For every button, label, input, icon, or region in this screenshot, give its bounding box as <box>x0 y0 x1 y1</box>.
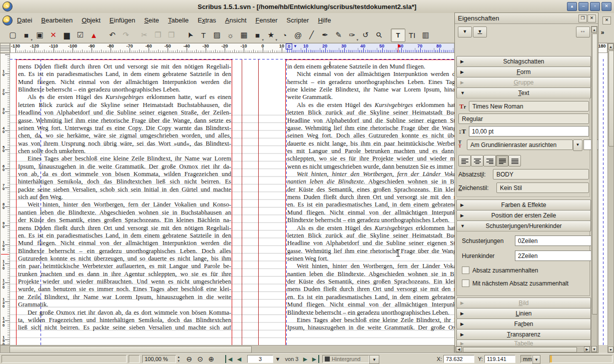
canvas-vscrollbar[interactable]: ▲ ▼ <box>607 43 614 353</box>
scroll-up-icon[interactable]: ▲ <box>591 26 597 32</box>
page-spinner-down-icon[interactable]: ▼ <box>274 355 281 363</box>
orphans-spinbox[interactable]: 0Zeilen <box>515 236 596 246</box>
unit-combo[interactable]: mm <box>520 355 532 363</box>
insert-spiral-icon[interactable]: @ <box>291 29 305 42</box>
insert-line-icon[interactable]: ╱ <box>305 29 318 42</box>
expand-all-icon[interactable]: ▼ <box>473 26 487 38</box>
section-header-schlagschatten[interactable]: ▶Schlagschatten <box>456 56 591 67</box>
last-page-button[interactable]: ▶ <box>310 355 319 363</box>
canvas-hscrollbar[interactable] <box>0 345 454 353</box>
zoom-level-field[interactable]: 100,00 % <box>142 355 176 363</box>
insert-bezier-icon[interactable]: ✒ <box>318 29 332 42</box>
vertical-ruler[interactable]: 1 02 03 04 05 06 07 08 09 01 0 01 1 01 2… <box>0 53 10 345</box>
paragraph-style-combo[interactable]: BODY <box>493 169 589 180</box>
font-style-combo[interactable]: Regular <box>458 114 589 124</box>
page-number-field[interactable]: 3 <box>247 355 273 363</box>
close-button[interactable]: ✕ <box>601 2 611 11</box>
print-document-icon[interactable]: ▆ <box>60 29 74 42</box>
panel-close-icon[interactable]: ✕ <box>587 14 596 22</box>
export-pdf-icon[interactable]: ▲ <box>87 29 101 42</box>
story-editor-icon[interactable]: TI <box>405 29 419 42</box>
menu-item-scripter[interactable]: Scripter <box>282 14 314 26</box>
redo-icon[interactable]: ↷ <box>119 29 133 42</box>
font-family-combo[interactable]: Times New Roman <box>469 101 589 112</box>
menu-item-seite[interactable]: Seite <box>140 14 164 26</box>
line-spacing-combo[interactable]: Am Grundlinienraster ausrichten <box>467 140 573 150</box>
panel-hscrollbar-thumb[interactable] <box>463 347 577 352</box>
zoom-in-button[interactable]: ⊕ <box>206 355 216 363</box>
scroll-left-icon[interactable]: ◀ <box>456 346 462 352</box>
menu-item-fenster[interactable]: Fenster <box>251 14 282 26</box>
text-ruler[interactable]: 01020304050607080 ▼ <box>285 44 454 52</box>
panel-hscrollbar[interactable]: ◀ ▶ <box>455 346 590 352</box>
section-header-linien[interactable]: ▶Linien <box>456 308 591 319</box>
scroll-down-icon[interactable]: ▼ <box>591 346 597 352</box>
select-item-icon[interactable]: ➤ <box>183 29 197 42</box>
close-document-icon[interactable]: ✕ <box>47 29 60 42</box>
section-header-transparenz[interactable]: ▶Transparenz <box>456 329 591 340</box>
unit-dropdown-icon[interactable]: ▼ <box>532 355 540 364</box>
insert-freehand-icon[interactable]: ✎ <box>332 29 345 42</box>
zoom-out-button[interactable]: ⊖ <box>184 355 194 363</box>
char-style-combo[interactable]: Kein Stil <box>496 182 589 193</box>
menu-item-datei[interactable]: Datei <box>13 14 37 26</box>
insert-calligraphic-line-icon[interactable]: ✑▾ <box>345 29 359 42</box>
insert-image-frame-icon[interactable]: ▨ <box>210 29 224 42</box>
menu-item-hilfe[interactable]: Hilfe <box>313 14 335 26</box>
canvas-hscrollbar-thumb[interactable] <box>10 346 252 353</box>
zoom-icon[interactable]: ⚲ <box>372 29 386 42</box>
scroll-up-icon[interactable]: ▲ <box>608 44 613 50</box>
panel-float-icon[interactable]: ❐ <box>578 14 587 22</box>
cut-icon[interactable]: ✂ <box>138 29 151 42</box>
mdi-close-icon[interactable]: ✕ <box>602 16 611 24</box>
insert-arc-icon[interactable]: ◔ <box>278 29 291 42</box>
undo-icon[interactable]: ↶ <box>106 29 119 42</box>
insert-text-frame-icon[interactable]: T <box>197 29 210 42</box>
copy-icon[interactable]: ❐ <box>151 29 165 42</box>
menu-item-bearbeiten[interactable]: Bearbeiten <box>37 14 77 26</box>
open-document-icon[interactable]: ■▾ <box>20 29 33 42</box>
zoom-actual-button[interactable]: ⊙ <box>195 355 205 363</box>
collapse-all-icon[interactable]: ▼ <box>458 26 472 38</box>
preflight-verifier-icon[interactable]: ☑ <box>74 29 87 42</box>
canvas-vscrollbar-thumb[interactable] <box>608 50 614 146</box>
panel-vscrollbar[interactable]: ▲ ▼ <box>591 26 597 352</box>
shade-button[interactable]: ▴ <box>567 2 577 11</box>
panel-vscrollbar-thumb[interactable] <box>592 34 597 314</box>
dock-icon[interactable]: ▫▫ <box>576 26 590 38</box>
menu-item-extras[interactable]: Extras <box>193 14 221 26</box>
ruler-corner[interactable] <box>0 43 10 53</box>
menu-item-einfügen[interactable]: Einfügen <box>105 14 140 26</box>
first-line-indent-marker[interactable]: ▼ <box>293 44 297 48</box>
insert-table-icon[interactable]: ▦ <box>237 29 251 42</box>
align-center-button[interactable] <box>471 155 483 166</box>
align-force-justify-button[interactable] <box>508 155 521 166</box>
insert-polygon-icon[interactable]: ★▾ <box>264 29 278 42</box>
scroll-down-icon[interactable]: ▼ <box>608 346 613 352</box>
zoom-spinner-down-icon[interactable]: ▼ <box>177 360 180 362</box>
scroll-right-icon[interactable]: ▶ <box>584 346 590 352</box>
align-left-button[interactable] <box>458 155 471 166</box>
layer-combo[interactable]: Hintergrund <box>322 355 369 363</box>
link-text-frames-icon[interactable]: ▥ <box>419 29 432 42</box>
section-header-form[interactable]: ▶Form <box>456 66 591 78</box>
menu-item-ansicht[interactable]: Ansicht <box>221 14 251 26</box>
prev-page-button[interactable]: ◀ <box>235 355 243 363</box>
first-page-button[interactable]: ◀ <box>225 355 234 363</box>
section-header-text[interactable]: ▼Text <box>456 88 591 98</box>
align-right-button[interactable] <box>483 155 496 166</box>
rotate-item-icon[interactable]: ↺ <box>359 29 372 42</box>
widows-spinbox[interactable]: 2Zeilen <box>515 250 596 261</box>
toolbar-overflow-icon[interactable]: » <box>598 29 606 39</box>
keep-with-next-checkbox[interactable] <box>462 280 469 287</box>
edit-contents-icon[interactable]: T <box>391 28 405 42</box>
next-page-button[interactable]: ▶ <box>301 355 309 363</box>
new-document-icon[interactable]: ▢ <box>6 29 20 42</box>
font-size-spinbox[interactable]: 10,00 pt <box>469 126 589 136</box>
menu-item-objekt[interactable]: Objekt <box>77 14 105 26</box>
insert-shape-icon[interactable]: ■▾ <box>251 29 264 42</box>
document-canvas[interactable]: mens Duden fließt durch ihren Ort und ve… <box>10 53 454 345</box>
insert-render-frame-icon[interactable]: ☼ <box>224 29 237 42</box>
keep-paragraph-checkbox[interactable] <box>462 266 469 274</box>
section-header-farben[interactable]: ▶Farben <box>456 318 591 330</box>
